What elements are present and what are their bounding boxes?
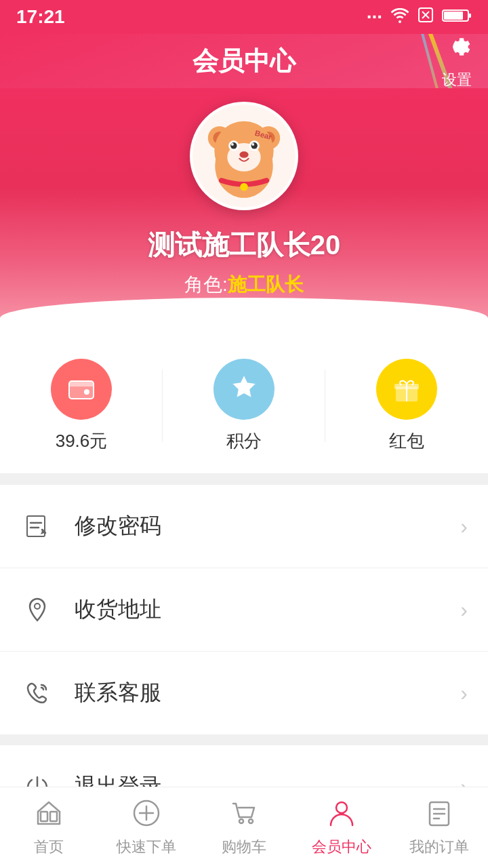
role-value: 施工队长 [228, 272, 304, 298]
star-icon [214, 359, 274, 420]
location-icon [20, 593, 54, 627]
menu-item-change-password[interactable]: 修改密码 › [0, 485, 488, 568]
gift-icon [376, 359, 437, 420]
stat-redpacket[interactable]: 红包 [325, 345, 488, 467]
chevron-right-icon: › [460, 597, 468, 623]
nav-orders[interactable]: 我的订单 [390, 787, 488, 868]
customer-service-label: 联系客服 [75, 678, 460, 708]
menu-item-shipping-address[interactable]: 收货地址 › [0, 568, 488, 652]
wallet-icon [51, 359, 112, 420]
nav-orders-label: 我的订单 [409, 837, 469, 857]
edit-icon [20, 509, 54, 543]
cart-icon [229, 798, 259, 833]
signal-icon: ··· [367, 6, 382, 28]
nav-member-label: 会员中心 [312, 837, 371, 857]
person-icon [327, 798, 357, 833]
stats-section: 39.6元 积分 红包 [0, 338, 488, 474]
svg-rect-5 [468, 14, 471, 18]
svg-rect-34 [41, 812, 47, 821]
battery-icon [442, 6, 472, 28]
header: 会员中心 设置 [0, 34, 488, 338]
bottom-nav: 首页 快速下单 购物车 会员 [0, 787, 488, 868]
orders-icon [424, 798, 454, 833]
settings-button[interactable]: 设置 [442, 34, 472, 90]
svg-rect-4 [444, 12, 463, 20]
chevron-right-icon: › [460, 514, 468, 539]
close-icon [418, 6, 434, 28]
nav-quick-order[interactable]: 快速下单 [98, 787, 195, 868]
status-icons: ··· [367, 6, 472, 28]
svg-point-21 [240, 183, 247, 191]
svg-point-15 [230, 142, 237, 149]
nav-cart[interactable]: 购物车 [195, 787, 293, 868]
nav-home[interactable]: 首页 [0, 787, 98, 868]
avatar: Bear [190, 102, 298, 210]
svg-point-33 [35, 604, 40, 609]
svg-rect-24 [69, 381, 94, 387]
stat-wallet-label: 39.6元 [56, 429, 108, 453]
shipping-address-label: 收货地址 [75, 595, 460, 625]
settings-label: 设置 [442, 70, 472, 90]
username: 测试施工队长20 [148, 226, 341, 264]
svg-point-41 [336, 802, 347, 813]
status-time: 17:21 [16, 6, 65, 28]
svg-point-18 [251, 142, 258, 149]
stat-points-label: 积分 [226, 429, 262, 453]
role-label: 角色: [184, 272, 228, 298]
svg-rect-35 [50, 812, 57, 821]
stat-points[interactable]: 积分 [163, 345, 325, 467]
change-password-label: 修改密码 [75, 511, 460, 541]
svg-point-39 [239, 819, 243, 823]
svg-point-20 [239, 151, 248, 158]
quick-order-icon [131, 798, 161, 833]
stat-wallet[interactable]: 39.6元 [0, 345, 163, 467]
stat-redpacket-label: 红包 [389, 429, 424, 453]
profile-section: Bear 测试施工队长20 角色: 施工队长 [0, 88, 488, 338]
home-icon [34, 798, 64, 833]
nav-quick-order-label: 快速下单 [117, 837, 176, 857]
menu-section: 修改密码 › 收货地址 › 联系客服 › [0, 485, 488, 734]
svg-point-40 [249, 819, 253, 823]
svg-point-25 [84, 389, 89, 395]
nav-cart-label: 购物车 [222, 837, 266, 857]
page-title: 会员中心 [192, 44, 296, 79]
status-bar: 17:21 ··· [0, 0, 488, 34]
svg-point-19 [251, 143, 254, 146]
nav-member[interactable]: 会员中心 [293, 787, 390, 868]
chevron-right-icon: › [460, 681, 468, 706]
nav-home-label: 首页 [34, 837, 64, 857]
role-row: 角色: 施工队长 [184, 272, 304, 298]
svg-point-16 [231, 143, 234, 146]
phone-icon [20, 676, 54, 710]
gear-icon [442, 34, 472, 68]
wifi-icon [390, 6, 409, 28]
menu-item-customer-service[interactable]: 联系客服 › [0, 652, 488, 734]
